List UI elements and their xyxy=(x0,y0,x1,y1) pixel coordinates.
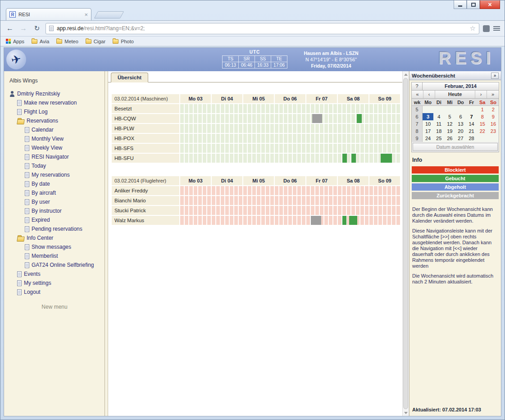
calendar-day[interactable]: 16 xyxy=(488,120,499,128)
row-timeline[interactable] xyxy=(179,124,400,133)
sidebar-item-pending-reservations[interactable]: Pending reservations xyxy=(9,224,105,233)
row-timeline[interactable] xyxy=(179,186,400,195)
extension-icon[interactable] xyxy=(483,25,490,32)
calendar-day[interactable]: 24 xyxy=(423,135,433,142)
row-timeline[interactable] xyxy=(179,154,400,163)
calendar-day[interactable]: 6 xyxy=(455,113,466,120)
row-timeline[interactable] xyxy=(179,114,400,123)
sidebar-item-by-date[interactable]: By date xyxy=(9,179,105,188)
maximize-button[interactable] xyxy=(467,0,480,9)
sidebar-item-make-new-reservation[interactable]: Make new reservation xyxy=(9,98,105,107)
calendar-day[interactable]: 2 xyxy=(488,106,499,113)
collapse-panel-button[interactable]: » xyxy=(491,73,499,79)
calendar-day[interactable]: 11 xyxy=(433,120,444,128)
calendar-day[interactable]: 8 xyxy=(477,113,488,120)
reservation-block[interactable] xyxy=(381,154,392,163)
close-window-button[interactable] xyxy=(480,0,500,9)
calendar-day[interactable]: 22 xyxy=(477,128,488,135)
back-button[interactable] xyxy=(5,24,15,32)
calendar-day[interactable]: 14 xyxy=(466,120,477,128)
calendar-nav-button[interactable]: » xyxy=(487,91,499,98)
row-timeline[interactable] xyxy=(179,216,400,225)
reservation-block[interactable] xyxy=(311,216,321,225)
today-button[interactable]: Heute xyxy=(435,91,475,98)
forward-button[interactable] xyxy=(18,24,28,32)
reservation-block[interactable] xyxy=(357,114,362,123)
sidebar-item-calendar[interactable]: Calendar xyxy=(9,125,105,134)
reservation-block[interactable] xyxy=(351,154,356,163)
calendar-day[interactable]: 25 xyxy=(433,135,444,142)
calendar-day[interactable]: 15 xyxy=(477,120,488,128)
calendar-day[interactable]: 21 xyxy=(466,128,477,135)
sidebar-item-reservations[interactable]: Reservations xyxy=(9,116,105,125)
bookmark-meteo[interactable]: Meteo xyxy=(56,39,78,44)
sidebar-item-logout[interactable]: Logout xyxy=(9,288,105,297)
calendar-day[interactable]: 12 xyxy=(444,120,455,128)
apps-shortcut[interactable]: Apps xyxy=(6,39,24,44)
calendar-day[interactable]: 4 xyxy=(433,113,444,120)
main-scrollbar[interactable] xyxy=(402,71,409,416)
calendar-day[interactable]: 5 xyxy=(444,113,455,120)
calendar-day[interactable]: 18 xyxy=(433,128,444,135)
minimize-button[interactable] xyxy=(454,0,467,9)
calendar-day[interactable]: 19 xyxy=(444,128,455,135)
scroll-down-icon[interactable] xyxy=(403,410,409,416)
scrollbar-thumb[interactable] xyxy=(403,78,408,409)
calendar-day[interactable]: 27 xyxy=(455,135,466,142)
chrome-menu-icon[interactable] xyxy=(493,25,500,32)
calendar-day[interactable]: 10 xyxy=(423,120,433,128)
sidebar-item-today[interactable]: Today xyxy=(9,161,105,170)
calendar-nav-button[interactable]: ‹ xyxy=(423,91,435,98)
sidebar-item-dmitriy-reznitskiy[interactable]: Dmitriy Reznitskiy xyxy=(9,89,105,98)
reservation-block[interactable] xyxy=(342,216,347,225)
sidebar-item-my-settings[interactable]: My settings xyxy=(9,278,105,288)
calendar-nav-button[interactable]: › xyxy=(475,91,487,98)
sidebar-item-my-reservations[interactable]: My reservations xyxy=(9,170,105,179)
reservation-block[interactable] xyxy=(349,216,357,225)
calendar-day[interactable]: 26 xyxy=(444,135,455,142)
sidebar-item-memberlist[interactable]: Memberlist xyxy=(9,251,105,260)
tab-close-icon[interactable] xyxy=(84,10,88,18)
address-bar[interactable]: app.resi.de/resi.html?lang=EN;&v=2; xyxy=(45,23,479,34)
calendar-day[interactable]: 3 xyxy=(423,113,433,120)
row-timeline[interactable] xyxy=(179,144,400,153)
bookmark-avia[interactable]: Avia xyxy=(32,39,49,44)
row-timeline[interactable] xyxy=(179,134,400,143)
scroll-up-icon[interactable] xyxy=(403,71,409,78)
row-timeline[interactable] xyxy=(179,206,400,215)
bookmark-star-icon[interactable] xyxy=(470,24,476,32)
sidebar-item-flight-log[interactable]: Flight Log xyxy=(9,107,105,116)
bookmark-photo[interactable]: Photo xyxy=(113,39,134,44)
calendar-day[interactable]: 7 xyxy=(466,113,477,120)
sidebar-item-monthly-view[interactable]: Monthly View xyxy=(9,134,105,143)
date-picker-button[interactable]: Datum auswählen xyxy=(413,143,498,151)
browser-tab[interactable]: R RESI xyxy=(6,8,91,20)
calendar-nav-button[interactable]: « xyxy=(412,91,423,98)
calendar-help-button[interactable]: ? xyxy=(412,82,423,91)
row-timeline[interactable] xyxy=(179,196,400,205)
new-tab-button[interactable] xyxy=(94,11,124,18)
calendar-day[interactable]: 23 xyxy=(488,128,499,135)
reload-button[interactable] xyxy=(32,24,42,32)
sidebar-item-events[interactable]: Events xyxy=(9,269,105,278)
sidebar-item-by-aircraft[interactable]: By aircraft xyxy=(9,188,105,197)
calendar-day[interactable]: 20 xyxy=(455,128,466,135)
calendar-day[interactable]: 17 xyxy=(423,128,433,135)
reservation-block[interactable] xyxy=(312,114,322,123)
calendar-day[interactable]: 1 xyxy=(477,106,488,113)
sidebar-item-info-center[interactable]: Info Center xyxy=(9,233,105,242)
new-menu-link[interactable]: New menu xyxy=(9,304,100,310)
bookmark-cigar[interactable]: Cigar xyxy=(86,39,105,44)
sidebar-item-by-instructor[interactable]: By instructor xyxy=(9,206,105,215)
sidebar-item-gat24-online-selfbriefing[interactable]: GAT24 Online Selfbriefing xyxy=(9,260,105,269)
row-timeline[interactable] xyxy=(179,104,400,113)
sidebar-item-by-user[interactable]: By user xyxy=(9,197,105,206)
reservation-block[interactable] xyxy=(342,154,347,163)
calendar-day[interactable]: 28 xyxy=(466,135,477,142)
sidebar-item-expired[interactable]: Expired xyxy=(9,215,105,224)
sidebar-item-resi-navigator[interactable]: RESI Navigator xyxy=(9,152,105,161)
calendar-day[interactable]: 13 xyxy=(455,120,466,128)
calendar-day[interactable]: 9 xyxy=(488,113,499,120)
tab-uebersicht[interactable]: Übersicht xyxy=(111,73,148,82)
sidebar-item-show-messages[interactable]: Show messages xyxy=(9,242,105,251)
